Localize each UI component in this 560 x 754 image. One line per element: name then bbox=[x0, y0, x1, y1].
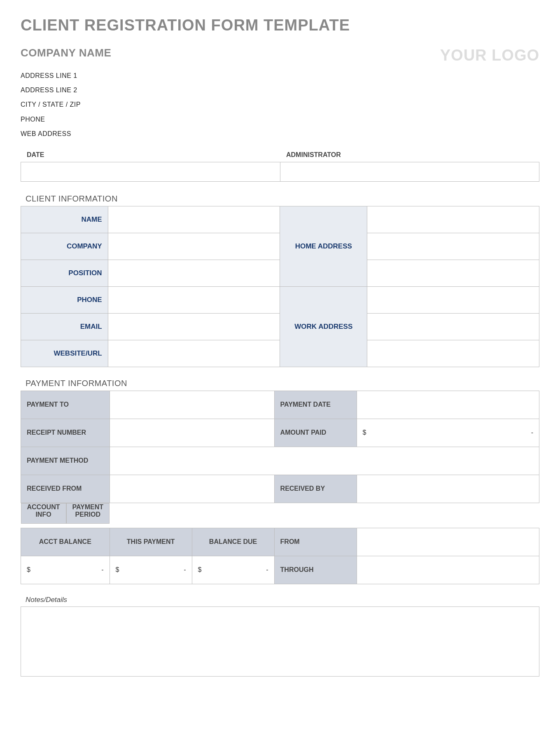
payment-method-input[interactable] bbox=[110, 447, 539, 475]
dash: - bbox=[101, 566, 103, 574]
dash: - bbox=[531, 429, 533, 436]
account-info-header: ACCOUNT INFO bbox=[21, 503, 66, 524]
date-label: DATE bbox=[21, 151, 280, 162]
acct-balance-label: ACCT BALANCE bbox=[21, 528, 110, 556]
date-admin-row: DATE ADMINISTRATOR bbox=[21, 151, 539, 182]
work-address-input-2[interactable] bbox=[367, 313, 539, 340]
amount-paid-label: AMOUNT PAID bbox=[274, 419, 357, 447]
balance-due-input[interactable]: $ - bbox=[192, 556, 274, 584]
payment-info-title: PAYMENT INFORMATION bbox=[21, 379, 539, 391]
payment-date-label: PAYMENT DATE bbox=[274, 391, 357, 419]
through-label: THROUGH bbox=[274, 556, 357, 584]
phone-input[interactable] bbox=[108, 286, 280, 313]
through-input[interactable] bbox=[357, 556, 539, 584]
this-payment-label: THIS PAYMENT bbox=[110, 528, 192, 556]
notes-input[interactable] bbox=[21, 606, 539, 677]
logo-placeholder: YOUR LOGO bbox=[440, 47, 539, 64]
receipt-number-label: RECEIPT NUMBER bbox=[21, 419, 110, 447]
payment-period-header: PAYMENT PERIOD bbox=[66, 503, 110, 524]
payment-to-input[interactable] bbox=[110, 391, 274, 419]
email-label: EMAIL bbox=[21, 313, 108, 340]
dollar-sign: $ bbox=[116, 566, 119, 574]
amount-paid-input[interactable]: $ - bbox=[357, 419, 539, 447]
home-address-label: HOME ADDRESS bbox=[280, 206, 367, 286]
payment-to-label: PAYMENT TO bbox=[21, 391, 110, 419]
name-input[interactable] bbox=[108, 206, 280, 233]
dollar-sign: $ bbox=[198, 566, 202, 574]
city-state-zip: CITY / STATE / ZIP bbox=[21, 97, 539, 112]
client-info-title: CLIENT INFORMATION bbox=[21, 194, 539, 206]
email-input[interactable] bbox=[108, 313, 280, 340]
payment-method-label: PAYMENT METHOD bbox=[21, 447, 110, 475]
from-label: FROM bbox=[274, 528, 357, 556]
address-line-1: ADDRESS LINE 1 bbox=[21, 68, 539, 83]
received-by-input[interactable] bbox=[357, 475, 539, 503]
notes-label: Notes/Details bbox=[21, 596, 539, 606]
dash: - bbox=[184, 566, 186, 574]
website-label: WEBSITE/URL bbox=[21, 340, 108, 367]
date-input[interactable] bbox=[21, 162, 280, 182]
header-row: COMPANY NAME YOUR LOGO bbox=[21, 47, 539, 64]
phone: PHONE bbox=[21, 112, 539, 126]
work-address-label: WORK ADDRESS bbox=[280, 286, 367, 367]
from-input[interactable] bbox=[357, 528, 539, 556]
received-by-label: RECEIVED BY bbox=[274, 475, 357, 503]
dash: - bbox=[266, 566, 268, 574]
web-address: WEB ADDRESS bbox=[21, 126, 539, 141]
home-address-input-3[interactable] bbox=[367, 260, 539, 286]
company-info-block: ADDRESS LINE 1 ADDRESS LINE 2 CITY / STA… bbox=[21, 68, 539, 141]
balance-due-label: BALANCE DUE bbox=[192, 528, 274, 556]
receipt-number-input[interactable] bbox=[110, 419, 274, 447]
acct-balance-input[interactable]: $ - bbox=[21, 556, 110, 584]
received-from-label: RECEIVED FROM bbox=[21, 475, 110, 503]
company-label: COMPANY bbox=[21, 233, 108, 260]
work-address-input-3[interactable] bbox=[367, 340, 539, 367]
company-name: COMPANY NAME bbox=[21, 47, 111, 59]
dollar-sign: $ bbox=[27, 566, 30, 574]
company-input[interactable] bbox=[108, 233, 280, 260]
client-info-table: NAME HOME ADDRESS COMPANY POSITION PHONE… bbox=[21, 206, 539, 367]
page-title: CLIENT REGISTRATION FORM TEMPLATE bbox=[21, 16, 539, 34]
address-line-2: ADDRESS LINE 2 bbox=[21, 83, 539, 97]
payment-info-table: PAYMENT TO PAYMENT DATE RECEIPT NUMBER A… bbox=[21, 391, 539, 584]
name-label: NAME bbox=[21, 206, 108, 233]
this-payment-input[interactable]: $ - bbox=[110, 556, 192, 584]
phone-label: PHONE bbox=[21, 286, 108, 313]
home-address-input-1[interactable] bbox=[367, 206, 539, 233]
position-input[interactable] bbox=[108, 260, 280, 286]
administrator-input[interactable] bbox=[280, 162, 539, 182]
dollar-sign: $ bbox=[363, 429, 366, 436]
work-address-input-1[interactable] bbox=[367, 286, 539, 313]
home-address-input-2[interactable] bbox=[367, 233, 539, 260]
website-input[interactable] bbox=[108, 340, 280, 367]
received-from-input[interactable] bbox=[110, 475, 274, 503]
position-label: POSITION bbox=[21, 260, 108, 286]
payment-date-input[interactable] bbox=[357, 391, 539, 419]
administrator-label: ADMINISTRATOR bbox=[280, 151, 539, 162]
